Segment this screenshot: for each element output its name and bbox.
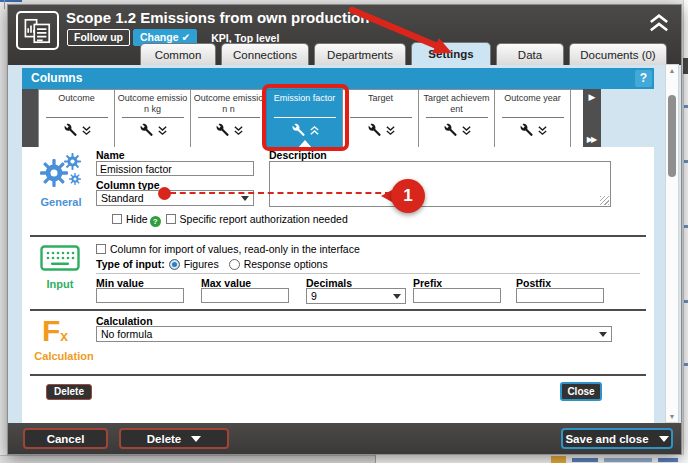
description-label: Description [269,149,327,161]
wrench-icon [518,122,534,138]
keyboard-icon [40,245,80,271]
kpi-settings-dialog: Scope 1.2 Emissions from own production … [7,4,682,455]
dialog-footer: Cancel Delete Save and close [8,423,681,454]
column-tab-label: Outcome emission kg [115,90,190,117]
figures-label: Figures [184,258,219,270]
column-tab-label: Emission factor [267,90,342,117]
tab-settings[interactable]: Settings [411,42,491,65]
collapse-chevrons-icon[interactable] [647,13,671,33]
column-tab-icons [214,122,244,138]
resize-grip[interactable] [600,196,609,205]
import-checkbox-row: Column for import of values, read-only i… [96,243,360,255]
underlying-page-fragment [684,160,688,163]
import-label: Column for import of values, read-only i… [110,243,360,255]
scroll-up-icon[interactable]: ▲ [666,67,678,74]
auth-checkbox[interactable] [166,214,176,224]
double-chevron-down-icon [461,125,472,136]
close-panel-button[interactable]: Close [560,382,602,401]
underlying-page-fragment [684,225,688,228]
columns-panel-header: Columns ? [22,68,654,89]
double-chevron-down-icon [385,125,396,136]
tab-data[interactable]: Data [496,43,564,65]
import-checkbox[interactable] [96,244,106,254]
scroll-next-icon[interactable]: ▶ [589,93,596,102]
dropdown-arrow-icon [659,436,669,442]
gear-icon [69,173,81,185]
hide-label: Hide [126,213,148,225]
tab-connections[interactable]: Connections [221,43,309,65]
postfix-input[interactable] [516,288,604,303]
screen: Scope 1.2 Emissions from own production … [0,0,688,463]
wrench-icon [290,122,306,138]
decimals-select[interactable]: 9 [306,288,406,304]
divider [502,117,564,118]
underlying-page-fragment [4,0,5,9]
column-tab-icons [138,122,168,138]
section-divider [30,235,646,237]
dropdown-arrow-icon [191,436,201,442]
divider [350,117,412,118]
figures-radio[interactable] [169,259,180,270]
divider [426,117,488,118]
response-options-label: Response options [244,258,328,270]
delete-dropdown-button[interactable]: Delete [119,428,229,449]
cancel-label: Cancel [47,433,85,445]
help-button[interactable]: ? [635,70,652,87]
max-value-input[interactable] [201,288,289,303]
column-tab-target-achievement[interactable]: Target achievement [418,89,495,148]
main-tab-bar: Common Connections Departments Settings … [140,42,667,65]
follow-up-button[interactable]: Follow up [67,29,130,46]
column-tab-target[interactable]: Target [342,89,419,148]
response-options-radio[interactable] [229,259,240,270]
underlying-page-fragment [684,363,688,366]
divider [274,117,336,118]
column-type-select[interactable]: Standard [96,190,254,206]
column-tab-icons [442,122,472,138]
column-tab-outcome-emission-kg[interactable]: Outcome emission kg [114,89,191,148]
underlying-page-text-fragment [604,458,652,462]
divider [46,117,108,118]
column-tab-label: Target achievement [419,90,494,117]
delete-column-button[interactable]: Delete [46,384,92,400]
column-tab-strip: Outcome Outcome emission kg Outcome emis… [22,89,654,148]
save-and-close-button[interactable]: Save and close [561,428,673,449]
kpi-document-icon [16,11,59,50]
prefix-input[interactable] [413,288,501,303]
min-value-input[interactable] [96,288,184,303]
column-tab-icons [290,122,320,138]
tab-documents[interactable]: Documents (0) [569,43,667,65]
column-tab-icons [518,122,548,138]
fx-icon: Fx [42,317,68,345]
column-tab-icons [62,122,92,138]
tab-common[interactable]: Common [140,43,216,65]
calculation-select[interactable]: No formula [96,326,612,342]
underlying-page-fragment [683,58,688,74]
auth-label: Specific report authorization needed [180,213,348,225]
wrench-icon [138,122,154,138]
page-title: Scope 1.2 Emissions from own production [66,9,369,26]
underlying-page-text-fragment [658,458,678,462]
wrench-icon [214,122,230,138]
column-tab-outcome-year[interactable]: Outcome year [494,89,571,148]
help-question-icon[interactable]: ? [150,216,161,227]
section-divider [30,309,646,311]
column-tab-outcome[interactable]: Outcome [38,89,115,148]
tab-departments[interactable]: Departments [314,43,406,65]
column-tab-outcome-emission-n[interactable]: Outcome emission n [190,89,267,148]
name-input[interactable] [96,161,254,176]
double-chevron-down-icon [157,125,168,136]
type-of-input-label: Type of input: [96,258,165,270]
dialog-header: Scope 1.2 Emissions from own production … [8,5,681,65]
column-strip-filler [571,89,583,148]
scroll-last-icon[interactable]: ▶▶ [587,135,597,144]
column-tab-emission-factor[interactable]: Emission factor [266,89,343,148]
general-section-label: General [28,196,94,208]
column-tab-label: Outcome emission n [191,90,266,117]
double-chevron-down-icon [81,125,92,136]
column-tab-label: Outcome year [495,90,570,117]
scroll-down-icon[interactable]: ▼ [666,413,678,420]
cancel-button[interactable]: Cancel [23,428,108,449]
description-textarea[interactable] [269,161,611,207]
scrollbar-thumb[interactable] [668,95,676,177]
hide-checkbox[interactable] [112,214,122,224]
